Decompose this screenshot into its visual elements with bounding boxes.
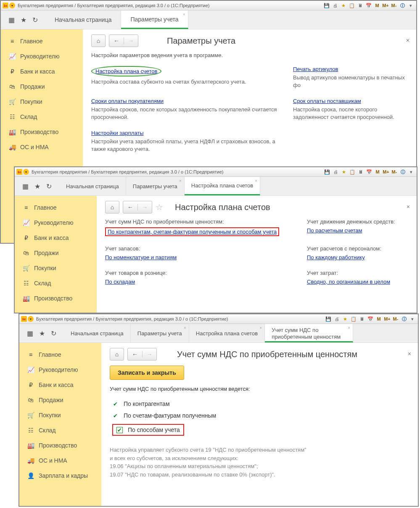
tab-accounting-params[interactable]: Параметры учета× [126, 177, 185, 195]
print-icon[interactable]: 🖨 [332, 168, 339, 175]
favorite-icon[interactable]: ★ [340, 168, 348, 175]
sidebar-item-sales[interactable]: 🛍Продажи [19, 392, 101, 408]
sidebar-item-production[interactable]: 🏭Производство [1, 124, 83, 140]
sidebar-item-manager[interactable]: 📈Руководителю [19, 362, 101, 377]
mminus-button[interactable]: М- [391, 168, 398, 175]
dropdown-icon[interactable]: ▾ [407, 2, 415, 9]
tab-accounting-params[interactable]: Параметры учета× [121, 11, 188, 29]
history-icon[interactable]: ↻ [51, 329, 56, 337]
calc-icon[interactable]: 🖩 [358, 316, 366, 322]
tab-accounting-params[interactable]: Параметры учета× [131, 324, 189, 342]
print-icon[interactable]: 🖨 [331, 2, 339, 9]
home-button[interactable]: ⌂ [110, 348, 124, 361]
close-icon[interactable]: × [259, 326, 262, 330]
sidebar-item-manager[interactable]: 📈Руководителю [1, 49, 83, 64]
tab-vat-settings[interactable]: Учет сумм НДС по приобретенным ценностям… [265, 324, 353, 342]
save-icon[interactable]: 💾 [325, 316, 332, 322]
calc-icon[interactable]: 🖩 [357, 168, 365, 175]
sidebar-item-purchases[interactable]: 🛒Покупки [19, 408, 101, 423]
close-panel-icon[interactable]: × [408, 350, 411, 357]
save-icon[interactable]: 💾 [323, 168, 331, 175]
clipboard-icon[interactable]: 📋 [350, 316, 357, 322]
clipboard-icon[interactable]: 📋 [349, 168, 356, 175]
favorite-icon[interactable]: ★ [341, 316, 349, 322]
close-icon[interactable]: × [255, 179, 257, 183]
nav-back-forward[interactable]: ←→ [123, 201, 152, 213]
mplus-button[interactable]: М+ [383, 316, 391, 322]
back-icon[interactable]: ← [128, 351, 142, 358]
close-panel-icon[interactable]: × [406, 37, 409, 44]
sidebar-item-assets[interactable]: 🚚ОС и НМА [19, 453, 101, 468]
sidebar-item-production[interactable]: 🏭Производство [19, 438, 101, 453]
star-icon[interactable]: ★ [39, 329, 45, 337]
link-salary-settings[interactable]: Настройки зарплаты [91, 130, 144, 136]
forward-icon[interactable]: → [137, 204, 152, 211]
mplus-button[interactable]: М+ [382, 2, 389, 9]
link-cash-accounts[interactable]: По расчетным счетам [307, 227, 362, 234]
dropdown-icon[interactable]: ▾ [407, 168, 415, 175]
m-button[interactable]: М [375, 316, 383, 322]
calc-icon[interactable]: 🖩 [357, 2, 364, 9]
sidebar-item-manager[interactable]: 📈Руководителю [15, 215, 97, 230]
info-icon[interactable]: ⓘ [400, 316, 408, 322]
calendar-icon[interactable]: 📅 [367, 316, 374, 322]
close-icon[interactable]: × [184, 326, 186, 330]
link-inventory[interactable]: По номенклатуре и партиям [105, 254, 177, 261]
star-icon[interactable]: ★ [34, 182, 40, 190]
close-icon[interactable]: × [179, 179, 182, 183]
apps-icon[interactable]: ▦ [22, 182, 29, 190]
home-button[interactable]: ⌂ [105, 201, 119, 213]
calendar-icon[interactable]: 📅 [365, 2, 372, 9]
sidebar-item-warehouse[interactable]: ☷Склад [19, 423, 101, 438]
forward-icon[interactable]: → [124, 37, 138, 44]
sidebar-item-bank[interactable]: ₽Банк и касса [15, 230, 97, 245]
favorite-star-icon[interactable]: ☆ [156, 202, 163, 212]
close-icon[interactable]: × [183, 12, 185, 17]
sidebar-item-purchases[interactable]: 🛒Покупки [1, 94, 83, 109]
sidebar-item-sales[interactable]: 🛍Продажи [15, 245, 97, 261]
sidebar-item-warehouse[interactable]: ☷Склад [15, 276, 97, 291]
star-icon[interactable]: ★ [21, 16, 26, 24]
print-icon[interactable]: 🖨 [333, 316, 341, 322]
app-menu-icon[interactable]: ▾ [9, 3, 15, 8]
mplus-button[interactable]: М+ [382, 168, 390, 175]
save-icon[interactable]: 💾 [323, 2, 330, 9]
tab-plan-accounts[interactable]: Настройка плана счетов× [189, 324, 265, 342]
sidebar-item-warehouse[interactable]: ☷Склад [1, 109, 83, 124]
sidebar-item-purchases[interactable]: 🛒Покупки [15, 261, 97, 276]
history-icon[interactable]: ↻ [32, 16, 38, 24]
back-icon[interactable]: ← [109, 37, 124, 44]
forward-icon[interactable]: → [142, 351, 156, 358]
link-personnel[interactable]: По каждому работнику [307, 254, 365, 261]
app-menu-icon[interactable]: ▾ [28, 316, 34, 322]
link-print-articles[interactable]: Печать артикулов [293, 66, 338, 72]
m-button[interactable]: М [374, 168, 381, 175]
link-supplier-terms[interactable]: Срок оплаты поставщикам [293, 98, 361, 104]
link-vat-mode[interactable]: По контрагентам, счетам-фактурам получен… [108, 229, 277, 235]
tab-plan-accounts[interactable]: Настройка плана счетов× [185, 177, 260, 195]
sidebar-item-main[interactable]: ≡Главное [15, 200, 97, 215]
tab-home[interactable]: Начальная страница [59, 177, 126, 195]
close-panel-icon[interactable]: × [407, 203, 410, 210]
dropdown-icon[interactable]: ▾ [409, 316, 416, 322]
link-customer-terms[interactable]: Сроки оплаты покупателями [91, 98, 164, 104]
save-and-close-button[interactable]: Записать и закрыть [110, 366, 184, 380]
m-button[interactable]: М [373, 2, 381, 9]
nav-back-forward[interactable]: ←→ [127, 348, 157, 361]
sidebar-item-assets[interactable]: 🚚ОС и НМА [1, 140, 83, 155]
sidebar-item-main[interactable]: ≡Главное [19, 347, 101, 362]
calendar-icon[interactable]: 📅 [365, 168, 373, 175]
sidebar-item-main[interactable]: ≡Главное [1, 34, 83, 49]
close-icon[interactable]: × [348, 326, 350, 331]
link-plan-accounts[interactable]: Настройка плана счетов [95, 68, 157, 74]
sidebar-item-sales[interactable]: 🛍Продажи [1, 79, 83, 94]
info-icon[interactable]: ⓘ [399, 168, 407, 175]
link-retail[interactable]: По складам [105, 279, 135, 285]
sidebar-item-salary[interactable]: 👤Зарплата и кадры [19, 468, 101, 483]
sidebar-item-bank[interactable]: ₽Банк и касса [19, 377, 101, 392]
mminus-button[interactable]: М- [390, 2, 398, 9]
mminus-button[interactable]: М- [392, 316, 399, 322]
favorite-icon[interactable]: ★ [340, 2, 347, 9]
info-icon[interactable]: ⓘ [399, 2, 406, 9]
apps-icon[interactable]: ▦ [8, 16, 15, 24]
